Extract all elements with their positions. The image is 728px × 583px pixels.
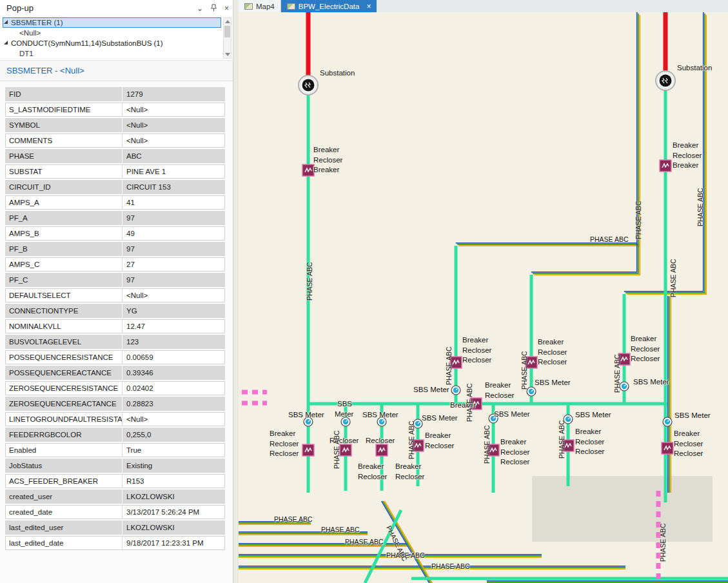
breaker-symbol[interactable] — [340, 444, 351, 456]
attribute-row[interactable]: ACS_FEEDER_BREAKER R153 — [5, 474, 225, 488]
attribute-row[interactable]: Enabled True — [5, 443, 225, 457]
scroll-up-icon[interactable] — [225, 20, 230, 23]
tree-item-dt1[interactable]: DT1 — [3, 48, 221, 59]
sbs-meter-symbol[interactable] — [377, 417, 386, 426]
breaker-label-block: BreakerRecloser — [358, 462, 387, 482]
attribute-row[interactable]: SUBSTAT PINE AVE 1 — [5, 164, 225, 179]
selection-title: SBSMETER - <Null> — [0, 61, 233, 81]
phase-abc-label: PHASE ABC — [635, 201, 642, 239]
app-window: Pop-up ⌄ × SBSMETER (1) <Null> CONDUCT(S… — [0, 0, 728, 583]
attribute-name: ZEROSEQUENCEREACTANCE — [5, 397, 123, 411]
attribute-name: created_date — [5, 505, 123, 519]
sbs-meter-symbol[interactable] — [451, 386, 460, 395]
tree-item-sbsmeter-null[interactable]: <Null> — [3, 28, 221, 38]
attribute-value: 3/13/2017 5:26:24 PM — [123, 508, 225, 516]
attribute-row[interactable]: ZEROSEQUENCEREACTANCE 0.28823 — [5, 397, 225, 411]
attribute-name: AMPS_B — [5, 226, 123, 241]
attribute-row[interactable]: PHASE ABC — [5, 149, 225, 163]
sbs-meter-label: SBS Meter — [288, 411, 324, 419]
meter-label: Meter — [335, 410, 353, 418]
phase-abc-label: PHASE ABC — [558, 420, 566, 459]
attribute-row[interactable]: AMPS_B 49 — [5, 226, 225, 241]
attribute-row[interactable]: DEFAULTSELECT <Null> — [5, 288, 225, 302]
attribute-table: FID 1279 S_LASTMODIFIEDTIME <Null> SYMBO… — [5, 87, 225, 551]
sbs-meter-symbol[interactable] — [620, 382, 629, 391]
sbs-meter-symbol[interactable] — [341, 417, 350, 426]
attribute-name: CONNECTIONTYPE — [5, 304, 123, 318]
attribute-row[interactable]: FEEDERRGBCOLOR 0,255,0 — [5, 428, 225, 442]
attribute-name: BUSVOLTAGELEVEL — [5, 335, 123, 349]
popup-feature-tree: SBSMETER (1) <Null> CONDUCT(SymNum11,14)… — [0, 16, 233, 61]
breaker-symbol[interactable] — [662, 442, 673, 454]
attribute-row[interactable]: PF_C 97 — [5, 273, 225, 287]
pin-icon[interactable] — [210, 4, 217, 13]
expand-triangle-icon[interactable] — [4, 41, 8, 44]
breaker-symbol[interactable] — [302, 164, 314, 176]
sbs-meter-symbol[interactable] — [663, 417, 672, 426]
close-icon[interactable]: × — [366, 3, 371, 10]
attribute-value: 12.47 — [123, 322, 225, 330]
attribute-value: 27 — [123, 261, 225, 268]
attribute-row[interactable]: BUSVOLTAGELEVEL 123 — [5, 335, 225, 349]
tab-bpw-electricdata[interactable]: BPW_ElectricData × — [281, 0, 377, 12]
attribute-row[interactable]: last_edited_date 9/18/2017 12:23:31 PM — [5, 536, 225, 550]
attribute-value: LKOZLOWSKI — [123, 524, 225, 531]
map-tabbar: Map4 BPW_ElectricData × — [239, 0, 728, 12]
map-canvas[interactable]: Substation Substation BreakerRecloserBre… — [239, 12, 728, 583]
attribute-row[interactable]: NOMINALKVLL 12.47 — [5, 319, 225, 333]
breaker-symbol[interactable] — [302, 444, 314, 456]
attribute-row[interactable]: POSSEQUENCERESISTANCE 0.00659 — [5, 350, 225, 364]
attribute-value: 0.00659 — [123, 353, 225, 361]
attribute-row[interactable]: POSSEQUENCEREACTANCE 0.39346 — [5, 366, 225, 380]
tree-item-conduct[interactable]: CONDUCT(SymNum11,14)SubstationBUS (1) — [3, 38, 221, 48]
attribute-row[interactable]: SYMBOL <Null> — [5, 118, 225, 132]
attribute-row[interactable]: S_LASTMODIFIEDTIME <Null> — [5, 103, 225, 117]
attribute-row[interactable]: JobStatus Existing — [5, 459, 225, 473]
attribute-row[interactable]: last_edited_user LKOZLOWSKI — [5, 520, 225, 535]
phase-abc-label: PHASE ABC — [613, 354, 621, 393]
attribute-row[interactable]: CONNECTIONTYPE YG — [5, 304, 225, 318]
attribute-row[interactable]: PF_B 97 — [5, 242, 225, 256]
sbs-meter-label: SBS Meter — [575, 411, 611, 419]
scroll-down-icon[interactable] — [225, 53, 230, 56]
source-line — [308, 12, 665, 75]
attribute-row[interactable]: PF_A 97 — [5, 211, 225, 225]
sbs-meter-symbol[interactable] — [527, 387, 536, 396]
substation-symbol[interactable] — [656, 71, 675, 90]
breaker-label-block: BreakerRecloser — [425, 431, 454, 451]
attribute-row[interactable]: CIRCUIT_ID CIRCUIT 153 — [5, 180, 225, 194]
attribute-row[interactable]: AMPS_A 41 — [5, 195, 225, 210]
substation-symbol[interactable] — [299, 75, 318, 95]
attribute-value: ABC — [123, 152, 225, 160]
attribute-row[interactable]: COMMENTS <Null> — [5, 133, 225, 148]
close-icon[interactable]: × — [224, 5, 229, 12]
attribute-value: 0.39346 — [123, 369, 225, 377]
attribute-row[interactable]: AMPS_C 27 — [5, 257, 225, 272]
breaker-label-block: BreakerRecloserRecloser — [575, 427, 604, 457]
sbs-meter-label: SBS Meter — [494, 410, 530, 418]
attribute-name: POSSEQUENCERESISTANCE — [5, 350, 123, 364]
scrollbar-thumb[interactable] — [224, 26, 230, 37]
attribute-name: FID — [5, 87, 123, 101]
attribute-row[interactable]: created_user LKOZLOWSKI — [5, 489, 225, 504]
attribute-value: 41 — [123, 199, 225, 206]
panel-splitter[interactable] — [233, 0, 239, 583]
attribute-row[interactable]: ZEROSEQUENCERESISTANCE 0.02402 — [5, 381, 225, 395]
breaker-symbol[interactable] — [376, 444, 388, 456]
chevron-down-icon[interactable]: ⌄ — [197, 5, 203, 12]
tree-scrollbar[interactable] — [223, 17, 231, 59]
attribute-row[interactable]: LINETOGROUNDFAULTRESISTA <Null> — [5, 412, 225, 426]
phase-abc-label: PHASE ABC — [445, 346, 453, 385]
tab-map4[interactable]: Map4 — [239, 0, 281, 12]
sbs-meter-symbol[interactable] — [304, 417, 313, 426]
breaker-label-block: BreakerRecloserRecloser — [500, 437, 529, 468]
attribute-name: LINETOGROUNDFAULTRESISTA — [5, 412, 123, 426]
breaker-symbol[interactable] — [660, 160, 671, 172]
attribute-name: DEFAULTSELECT — [5, 288, 123, 302]
tree-item-sbsmeter[interactable]: SBSMETER (1) — [3, 17, 221, 28]
expand-triangle-icon[interactable] — [4, 20, 8, 24]
attribute-name: ZEROSEQUENCERESISTANCE — [5, 381, 123, 395]
attribute-row[interactable]: created_date 3/13/2017 5:26:24 PM — [5, 505, 225, 519]
attribute-name: SYMBOL — [5, 118, 123, 132]
attribute-row[interactable]: FID 1279 — [5, 87, 225, 101]
